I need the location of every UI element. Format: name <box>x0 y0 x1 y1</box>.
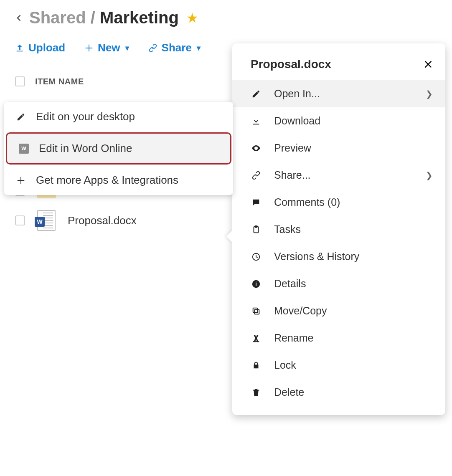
ctx-label: Versions & History <box>274 251 359 263</box>
submenu-label: Get more Apps & Integrations <box>36 174 178 187</box>
ctx-comments[interactable]: Comments (0) <box>232 189 445 216</box>
breadcrumb-current: Marketing <box>100 8 179 27</box>
chevron-down-icon: ▾ <box>125 43 129 53</box>
open-in-submenu: Edit on your desktop W Edit in Word Onli… <box>4 102 233 195</box>
plus-icon <box>15 176 27 185</box>
share-button[interactable]: Share ▾ <box>148 41 201 54</box>
ctx-label: Lock <box>274 359 296 371</box>
submenu-edit-desktop[interactable]: Edit on your desktop <box>4 102 233 132</box>
chevron-right-icon: ❯ <box>426 170 433 180</box>
ctx-label: Comments (0) <box>274 196 340 208</box>
ctx-lock[interactable]: Lock <box>232 352 445 379</box>
ctx-versions[interactable]: Versions & History <box>232 243 445 270</box>
ctx-share[interactable]: Share... ❯ <box>232 162 445 189</box>
word-file-icon: W <box>35 210 58 231</box>
close-icon[interactable] <box>424 60 433 69</box>
link-icon <box>148 43 157 53</box>
download-icon <box>251 116 262 126</box>
new-label: New <box>98 41 120 54</box>
trash-icon <box>251 388 262 397</box>
svg-rect-6 <box>256 283 256 286</box>
eye-icon <box>251 143 262 153</box>
upload-button[interactable]: Upload <box>15 41 65 54</box>
ctx-label: Download <box>274 115 320 127</box>
ctx-label: Rename <box>274 332 314 344</box>
clipboard-icon <box>251 225 262 234</box>
breadcrumb: Shared / Marketing ★ <box>0 0 452 31</box>
back-button[interactable] <box>15 14 23 22</box>
chevron-right-icon: ❯ <box>426 89 433 99</box>
favorite-star-icon[interactable]: ★ <box>186 10 198 26</box>
plus-icon <box>84 43 94 53</box>
ctx-tasks[interactable]: Tasks <box>232 216 445 243</box>
pencil-icon <box>251 89 262 99</box>
ctx-label: Share... <box>274 169 311 181</box>
context-menu: Proposal.docx Open In... ❯ Download Prev… <box>232 43 445 415</box>
ctx-delete[interactable]: Delete <box>232 379 445 406</box>
pencil-icon <box>15 112 27 122</box>
share-label: Share <box>162 41 192 54</box>
lock-icon <box>251 361 262 370</box>
submenu-edit-word-online[interactable]: W Edit in Word Online <box>6 132 231 165</box>
svg-rect-7 <box>256 281 256 282</box>
ctx-label: Open In... <box>274 88 320 100</box>
ctx-download[interactable]: Download <box>232 107 445 134</box>
ctx-move-copy[interactable]: Move/Copy <box>232 297 445 324</box>
submenu-label: Edit on your desktop <box>36 110 135 123</box>
breadcrumb-parent[interactable]: Shared <box>29 8 86 27</box>
upload-icon <box>15 43 24 53</box>
link-icon <box>251 171 262 180</box>
ctx-rename[interactable]: Rename <box>232 324 445 352</box>
clock-icon <box>251 252 262 261</box>
rename-icon <box>251 334 262 343</box>
ctx-label: Details <box>274 278 306 290</box>
ctx-label: Tasks <box>274 223 301 235</box>
word-icon: W <box>18 144 30 154</box>
svg-rect-3 <box>255 225 257 227</box>
breadcrumb-path: Shared / Marketing <box>29 8 179 27</box>
column-item-name[interactable]: ITEM NAME <box>35 77 84 86</box>
svg-rect-8 <box>254 309 259 314</box>
svg-rect-9 <box>253 308 258 312</box>
ctx-open-in[interactable]: Open In... ❯ <box>232 80 445 107</box>
select-all-checkbox[interactable] <box>15 76 25 86</box>
breadcrumb-separator: / <box>91 8 95 27</box>
row-checkbox[interactable] <box>15 215 25 225</box>
ctx-label: Move/Copy <box>274 305 327 317</box>
submenu-get-more-apps[interactable]: Get more Apps & Integrations <box>4 165 233 195</box>
new-button[interactable]: New ▾ <box>84 41 129 54</box>
submenu-label: Edit in Word Online <box>39 142 132 155</box>
comment-icon <box>251 198 262 207</box>
upload-label: Upload <box>28 41 65 54</box>
row-label: Proposal.docx <box>68 214 137 227</box>
info-icon <box>251 279 262 289</box>
ctx-preview[interactable]: Preview <box>232 134 445 162</box>
ctx-details[interactable]: Details <box>232 270 445 297</box>
copy-icon <box>251 306 262 316</box>
context-menu-title: Proposal.docx <box>251 58 331 71</box>
ctx-label: Delete <box>274 386 304 398</box>
ctx-label: Preview <box>274 142 311 154</box>
chevron-down-icon: ▾ <box>197 43 201 53</box>
